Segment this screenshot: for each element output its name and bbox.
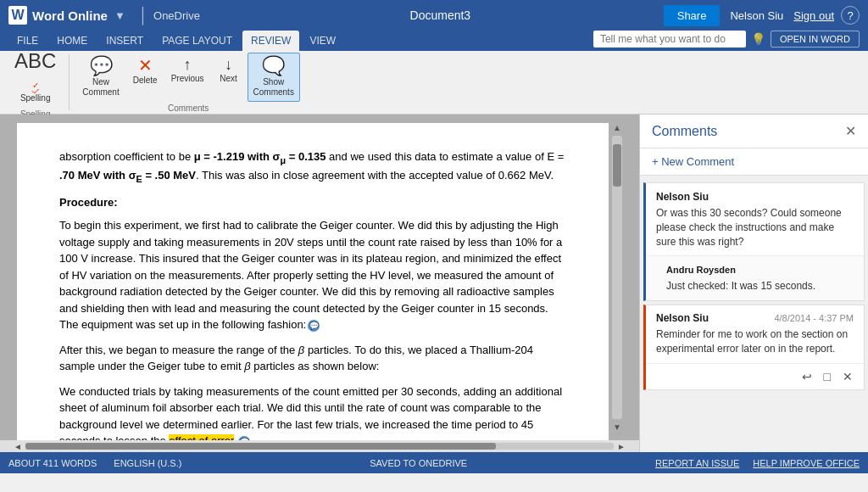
previous-button[interactable]: ↑ Previous <box>165 53 210 88</box>
new-comment-button[interactable]: 💬 NewComment <box>76 53 125 102</box>
comment-item-2: Nelson Siu 4/8/2014 - 4:37 PM Reminder f… <box>646 305 864 364</box>
next-icon: ↓ <box>225 57 232 72</box>
comment-delete-button[interactable]: ✕ <box>838 367 857 386</box>
spelling-group: ABC✓ Spelling Spelling <box>8 54 70 110</box>
word-icon: W <box>8 6 27 25</box>
show-comments-button[interactable]: 🗨️ ShowComments <box>248 53 300 102</box>
ribbon-commands: ABC✓ Spelling Spelling 💬 NewComment ✕ De… <box>0 51 868 115</box>
scroll-down-arrow[interactable]: ▼ <box>613 422 621 432</box>
doc-page: absorption coefficient to be μ = -1.219 … <box>17 123 609 440</box>
comments-title: Comments <box>652 124 717 139</box>
title-divider: │ <box>139 7 148 25</box>
comments-list: Nelson Siu Or was this 30 seconds? Could… <box>640 176 868 452</box>
open-in-word-button[interactable]: OPEN IN WORD <box>771 31 860 48</box>
reply-author-1: Andru Roysden <box>666 263 854 276</box>
next-label: Next <box>220 74 237 84</box>
scroll-up-arrow[interactable]: ▲ <box>613 123 621 132</box>
user-name: Nelson Siu <box>730 9 783 22</box>
title-dropdown-icon[interactable]: ▼ <box>114 9 125 22</box>
show-comments-label: ShowComments <box>253 77 294 98</box>
doc-area: absorption coefficient to be μ = -1.219 … <box>0 115 639 452</box>
comment-item-1: Nelson Siu Or was this 30 seconds? Could… <box>646 183 864 256</box>
comment-marker-1[interactable]: 💬 <box>308 320 320 332</box>
spelling-label: Spelling <box>20 93 51 103</box>
scroll-left-arrow[interactable]: ◄ <box>14 442 22 451</box>
show-comments-icon: 🗨️ <box>262 57 285 75</box>
h-scroll-track[interactable] <box>25 443 614 450</box>
comment-reply-button[interactable]: ↩ <box>798 367 816 386</box>
report-issue[interactable]: REPORT AN ISSUE <box>655 458 739 468</box>
previous-icon: ↑ <box>184 57 192 72</box>
comment-text-1: Or was this 30 seconds? Could someone pl… <box>656 206 854 249</box>
tab-view[interactable]: VIEW <box>301 31 344 51</box>
spelling-button[interactable]: ABC✓ Spelling <box>8 47 62 108</box>
new-comment-label: NewComment <box>82 77 119 98</box>
app-name: Word Online <box>32 8 108 23</box>
doc-title: Document3 <box>217 8 664 22</box>
onedrive-link[interactable]: OneDrive <box>153 9 200 22</box>
status-bar: ABOUT 411 WORDS ENGLISH (U.S.) SAVED TO … <box>0 452 868 473</box>
delete-icon: ✕ <box>138 57 153 74</box>
v-scrollbar[interactable]: ▲ ▼ <box>612 123 622 432</box>
h-scrollbar[interactable]: ◄ ► <box>0 440 639 452</box>
sign-out-button[interactable]: Sign out <box>793 9 834 22</box>
delete-label: Delete <box>133 75 158 86</box>
title-bar: W Word Online ▼ │ OneDrive Document3 Sha… <box>0 0 868 31</box>
language: ENGLISH (U.S.) <box>114 458 181 468</box>
reply-text-1: Just checked: It was 15 seconds. <box>666 279 854 294</box>
highlighted-text: effect of error <box>169 434 233 440</box>
help-button[interactable]: ? <box>841 6 860 25</box>
search-bar: 💡 OPEN IN WORD <box>593 31 860 51</box>
doc-para-3: After this, we began to measure the rang… <box>59 342 566 375</box>
tab-review[interactable]: REVIEW <box>242 31 299 51</box>
ribbon-tabs-row: FILE HOME INSERT PAGE LAYOUT REVIEW VIEW… <box>0 31 868 51</box>
delete-button[interactable]: ✕ Delete <box>127 53 164 90</box>
doc-procedure-heading: Procedure: <box>59 194 566 211</box>
tab-page-layout[interactable]: PAGE LAYOUT <box>153 31 241 51</box>
share-button[interactable]: Share <box>664 5 721 26</box>
help-improve[interactable]: HELP IMPROVE OFFICE <box>753 458 860 468</box>
search-input[interactable] <box>593 31 746 48</box>
comment-actions: ↩ □ ✕ <box>646 364 864 389</box>
status-left: ABOUT 411 WORDS ENGLISH (U.S.) <box>8 458 181 468</box>
comment-text-2: Reminder for me to work on the section o… <box>656 327 854 356</box>
doc-scroll[interactable]: absorption coefficient to be μ = -1.219 … <box>0 115 639 440</box>
save-status: SAVED TO ONEDRIVE <box>370 458 467 468</box>
comment-thread-1: Nelson Siu Or was this 30 seconds? Could… <box>643 182 865 301</box>
comment-author-2: Nelson Siu 4/8/2014 - 4:37 PM <box>656 312 854 324</box>
comment-reply-1: Andru Roysden Just checked: It was 15 se… <box>646 256 864 300</box>
scroll-track[interactable] <box>612 136 622 419</box>
comment-edit-button[interactable]: □ <box>820 367 835 386</box>
new-comment-icon: 💬 <box>90 57 113 75</box>
word-count: ABOUT 411 WORDS <box>8 458 97 468</box>
new-comment-panel-button[interactable]: + New Comment <box>640 148 868 176</box>
scroll-thumb[interactable] <box>613 144 621 187</box>
comments-close-button[interactable]: ✕ <box>845 123 856 139</box>
status-right: REPORT AN ISSUE HELP IMPROVE OFFICE <box>655 458 860 468</box>
comment-thread-2: Nelson Siu 4/8/2014 - 4:37 PM Reminder f… <box>643 305 865 390</box>
doc-para-2: To begin this experiment, we first had t… <box>59 217 566 333</box>
h-scroll-thumb[interactable] <box>25 443 496 450</box>
comments-header: Comments ✕ <box>640 115 868 148</box>
doc-para-4: We conducted trials by taking measuremen… <box>59 383 566 440</box>
tab-insert[interactable]: INSERT <box>97 31 152 51</box>
word-logo: W Word Online <box>8 6 108 25</box>
scroll-right-arrow[interactable]: ► <box>617 442 626 451</box>
comments-group: 💬 NewComment ✕ Delete ↑ Previous ↓ Next … <box>76 54 307 110</box>
spelling-icon: ABC✓ <box>14 51 56 92</box>
comments-panel: Comments ✕ + New Comment Nelson Siu Or w… <box>639 115 868 452</box>
comment-author-1: Nelson Siu <box>656 190 854 203</box>
doc-para-1: absorption coefficient to be μ = -1.219 … <box>59 148 566 186</box>
comments-group-label: Comments <box>76 103 300 113</box>
search-lightbulb-icon: 💡 <box>751 32 765 46</box>
main-area: absorption coefficient to be μ = -1.219 … <box>0 115 868 452</box>
next-button[interactable]: ↓ Next <box>212 53 246 88</box>
previous-label: Previous <box>171 74 204 84</box>
